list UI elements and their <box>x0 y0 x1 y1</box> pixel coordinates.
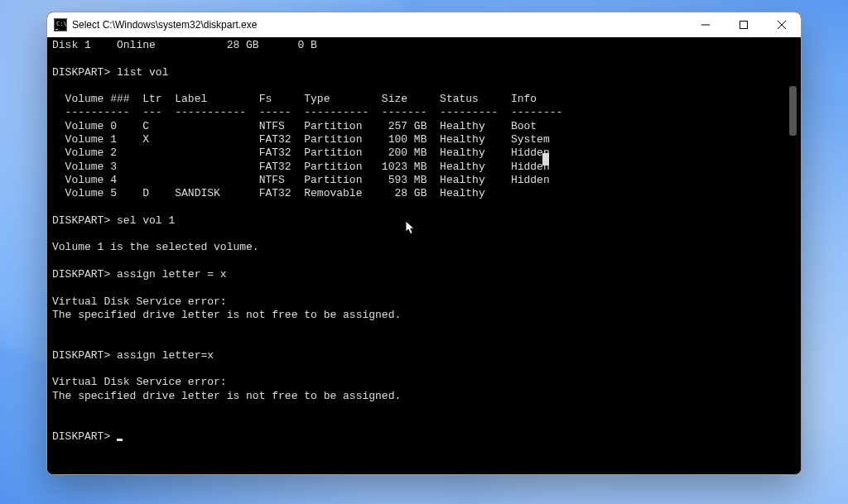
response-selected: Volume 1 is the selected volume. <box>52 241 259 253</box>
prompt: DISKPART> <box>52 214 110 227</box>
prompt: DISKPART> <box>52 268 110 281</box>
error-line-2: The specified drive letter is not free t… <box>52 309 401 321</box>
maximize-button[interactable] <box>725 12 763 37</box>
prompt: DISKPART> <box>52 66 110 79</box>
volume-list-header: Volume ### Ltr Label Fs Type Size Status… <box>52 93 562 105</box>
svg-text:C:\: C:\ <box>56 21 67 27</box>
cmd-list-vol: list vol <box>117 66 168 79</box>
prompt: DISKPART> <box>52 349 110 362</box>
error-line-1: Virtual Disk Service error: <box>52 295 227 308</box>
close-button[interactable] <box>763 12 801 37</box>
terminal-area[interactable]: Disk 1 Online 28 GB 0 B DISKPART> list v… <box>47 37 801 474</box>
vertical-scrollbar[interactable] <box>787 63 799 466</box>
console-output: Disk 1 Online 28 GB 0 B DISKPART> list v… <box>52 39 796 444</box>
cmd-sel-vol: sel vol 1 <box>117 214 175 227</box>
error-line-2: The specified drive letter is not free t… <box>52 390 401 402</box>
text-cursor <box>117 439 123 441</box>
volume-list-separator: ---------- --- ----------- ----- -------… <box>52 106 562 118</box>
selection-highlight <box>542 153 549 166</box>
minimize-button[interactable] <box>687 12 725 37</box>
title-bar[interactable]: C:\ Select C:\Windows\system32\diskpart.… <box>47 12 801 37</box>
svg-rect-3 <box>740 22 748 29</box>
cmd-assign-letter-2: assign letter=x <box>117 349 214 362</box>
error-line-1: Virtual Disk Service error: <box>52 376 227 388</box>
prompt: DISKPART> <box>52 430 110 443</box>
cmd-assign-letter-1: assign letter = x <box>117 268 227 281</box>
volume-list-body: Volume 0 C NTFS Partition 257 GB Healthy… <box>52 120 562 199</box>
scrollbar-thumb[interactable] <box>789 86 797 136</box>
cmd-icon: C:\ <box>54 18 67 31</box>
window-title: Select C:\Windows\system32\diskpart.exe <box>72 19 257 31</box>
diskpart-window: C:\ Select C:\Windows\system32\diskpart.… <box>46 12 802 475</box>
disk-row: Disk 1 Online 28 GB 0 B <box>52 39 317 51</box>
